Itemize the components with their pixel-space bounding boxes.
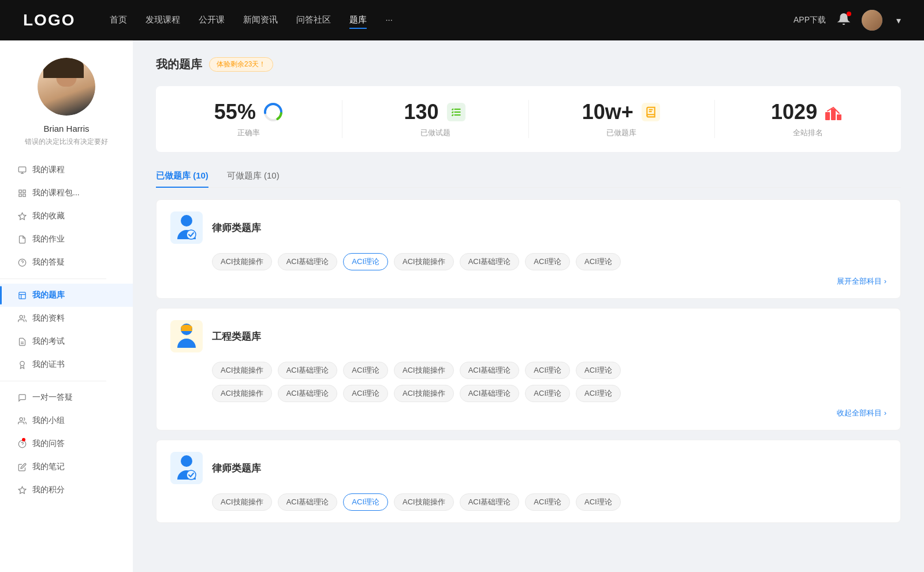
- tag-2b-3[interactable]: ACI理论: [343, 385, 388, 402]
- nav-open-course[interactable]: 公开课: [199, 12, 225, 29]
- book-yellow-icon: [642, 103, 660, 121]
- tag-3-2[interactable]: ACI基础理论: [278, 493, 338, 511]
- app-download-button[interactable]: APP下载: [793, 15, 826, 25]
- nav-more[interactable]: ···: [385, 12, 393, 29]
- svg-rect-3: [18, 190, 21, 192]
- top-navigation: LOGO 首页 发现课程 公开课 新闻资讯 问答社区 题库 ··· APP下载 …: [0, 0, 924, 40]
- notification-bell[interactable]: [837, 13, 850, 28]
- avatar-dropdown-icon[interactable]: ▾: [896, 15, 901, 26]
- tag-2b-6[interactable]: ACI理论: [525, 385, 570, 402]
- sidebar-item-my-cert[interactable]: 我的证书: [0, 353, 133, 376]
- svg-rect-28: [825, 112, 830, 120]
- tag-2-2[interactable]: ACI基础理论: [278, 362, 338, 379]
- tag-1-7[interactable]: ACI理论: [576, 253, 621, 270]
- tag-2b-1[interactable]: ACI技能操作: [212, 385, 272, 402]
- sidebar-item-my-points[interactable]: 我的积分: [0, 478, 133, 502]
- nav-courses[interactable]: 发现课程: [146, 12, 180, 29]
- tag-2-4[interactable]: ACI技能操作: [394, 362, 454, 379]
- tab-done-banks[interactable]: 已做题库 (10): [156, 166, 208, 187]
- qbank-icon: [17, 291, 27, 300]
- tag-2b-7[interactable]: ACI理论: [576, 385, 621, 402]
- tags-row-2a: ACI技能操作 ACI基础理论 ACI理论 ACI技能操作 ACI基础理论 AC…: [212, 362, 886, 379]
- sidebar-item-my-homework[interactable]: 我的作业: [0, 228, 133, 251]
- resource-icon: [17, 314, 27, 323]
- sidebar-item-my-courses[interactable]: 我的课程: [0, 158, 133, 181]
- tag-2-6[interactable]: ACI理论: [525, 362, 570, 379]
- svg-rect-30: [837, 114, 841, 120]
- tag-2-1[interactable]: ACI技能操作: [212, 362, 272, 379]
- tag-3-1[interactable]: ACI技能操作: [212, 493, 272, 511]
- nav-home[interactable]: 首页: [110, 12, 127, 29]
- sidebar-item-my-qbank[interactable]: 我的题库: [0, 284, 133, 307]
- main-content: 我的题库 体验剩余23天！ 55% 正确率: [133, 40, 924, 572]
- tag-2b-2[interactable]: ACI基础理论: [278, 385, 338, 402]
- page-title-row: 我的题库 体验剩余23天！: [156, 57, 901, 72]
- tag-2-7[interactable]: ACI理论: [576, 362, 621, 379]
- nav-qbank[interactable]: 题库: [349, 12, 367, 29]
- lawyer-icon-1: [170, 211, 203, 244]
- tag-1-5[interactable]: ACI基础理论: [460, 253, 520, 270]
- svg-point-16: [20, 361, 24, 366]
- tag-1-4[interactable]: ACI技能操作: [394, 253, 454, 270]
- tag-1-3[interactable]: ACI理论: [343, 253, 388, 270]
- sidebar-divider-1: [0, 278, 106, 279]
- tag-1-1[interactable]: ACI技能操作: [212, 253, 272, 270]
- tag-3-3[interactable]: ACI理论: [343, 493, 388, 511]
- collapse-link-2[interactable]: 收起全部科目 ›: [170, 408, 886, 418]
- qbank-card-engineer: 工程类题库 ACI技能操作 ACI基础理论 ACI理论 ACI技能操作 ACI基…: [156, 308, 901, 430]
- tag-3-5[interactable]: ACI基础理论: [460, 493, 520, 511]
- sidebar-item-my-exam[interactable]: 我的考试: [0, 330, 133, 353]
- sidebar-item-my-notes[interactable]: 我的笔记: [0, 455, 133, 478]
- svg-point-31: [181, 215, 192, 226]
- svg-rect-0: [18, 166, 26, 172]
- sidebar-divider-2: [0, 381, 106, 381]
- tag-3-6[interactable]: ACI理论: [525, 493, 570, 511]
- sidebar-item-my-package[interactable]: 我的课程包...: [0, 181, 133, 205]
- tag-3-4[interactable]: ACI技能操作: [394, 493, 454, 511]
- stat-accuracy-value: 55%: [214, 100, 256, 124]
- svg-point-37: [181, 455, 192, 467]
- exam-icon: [17, 337, 27, 346]
- stat-done-value: 130: [404, 100, 439, 124]
- tab-todo-banks[interactable]: 可做题库 (10): [227, 166, 280, 187]
- user-avatar: [38, 58, 95, 116]
- sidebar-label-my-qa: 我的问答: [32, 439, 65, 449]
- avatar[interactable]: [862, 10, 882, 31]
- user-motto: 错误的决定比没有决定要好: [25, 137, 108, 147]
- stat-accuracy-label: 正确率: [237, 128, 260, 138]
- nav-news[interactable]: 新闻资讯: [243, 12, 278, 29]
- sidebar-item-my-group[interactable]: 我的小组: [0, 409, 133, 432]
- svg-rect-10: [18, 292, 25, 298]
- page-wrapper: Brian Harris 错误的决定比没有决定要好 我的课程 我的课程包... …: [0, 0, 924, 572]
- tag-2-3[interactable]: ACI理论: [343, 362, 388, 379]
- star-icon: [17, 211, 27, 221]
- qbank-header-2: 工程类题库: [170, 320, 886, 352]
- tabs-row: 已做题库 (10) 可做题库 (10): [156, 166, 901, 188]
- svg-point-13: [20, 315, 23, 318]
- svg-rect-5: [18, 194, 21, 196]
- sidebar-label-my-resource: 我的资料: [32, 313, 65, 324]
- stat-ranking-main: 1029: [771, 100, 845, 124]
- package-icon: [17, 188, 27, 198]
- tag-1-2[interactable]: ACI基础理论: [278, 253, 338, 270]
- tag-3-7[interactable]: ACI理论: [576, 493, 621, 511]
- tag-2b-5[interactable]: ACI基础理论: [460, 385, 520, 402]
- note-icon: [17, 462, 27, 471]
- sidebar-label-my-cert: 我的证书: [32, 359, 65, 370]
- tag-1-6[interactable]: ACI理论: [525, 253, 570, 270]
- nav-qa[interactable]: 问答社区: [296, 12, 331, 29]
- sidebar-item-tutoring[interactable]: 一对一答疑: [0, 386, 133, 409]
- expand-link-1[interactable]: 展开全部科目 ›: [170, 276, 886, 287]
- sidebar-item-my-question[interactable]: 我的答疑: [0, 251, 133, 274]
- sidebar-item-my-resource[interactable]: 我的资料: [0, 307, 133, 330]
- tag-2-5[interactable]: ACI基础理论: [460, 362, 520, 379]
- sidebar-item-my-qa[interactable]: 我的问答: [0, 432, 133, 455]
- sidebar-item-my-favorites[interactable]: 我的收藏: [0, 205, 133, 228]
- tag-2b-4[interactable]: ACI技能操作: [394, 385, 454, 402]
- question-icon: [17, 258, 27, 267]
- sidebar-label-my-homework: 我的作业: [32, 234, 65, 244]
- accuracy-icon: [263, 102, 284, 122]
- logo[interactable]: LOGO: [23, 11, 75, 29]
- qa-dot: [22, 438, 25, 441]
- nav-menu: 首页 发现课程 公开课 新闻资讯 问答社区 题库 ···: [110, 12, 793, 29]
